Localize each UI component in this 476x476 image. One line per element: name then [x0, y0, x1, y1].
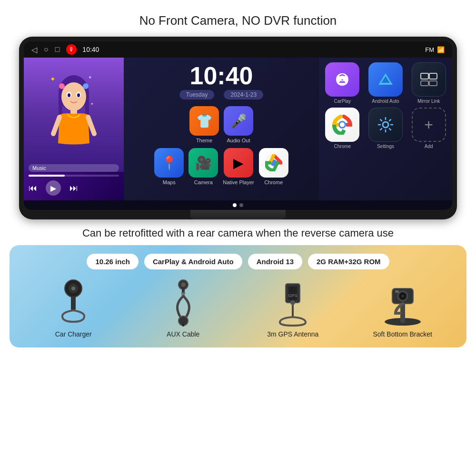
add-icon: + [412, 108, 446, 142]
right-apps-panel: C CarPlay An [319, 58, 452, 200]
camera-icon: 🎥 [188, 148, 218, 178]
prev-button[interactable]: ⏮ [29, 183, 37, 193]
stand-base [190, 210, 286, 219]
android-auto-label: Android Auto [372, 99, 399, 104]
home-icon[interactable]: ○ [44, 45, 49, 54]
spec-carplay: CarPlay & Android Auto [144, 254, 242, 269]
dot-2 [239, 203, 243, 207]
app-audio[interactable]: 🎤 Audio Out [224, 106, 253, 143]
chrome-icon-2 [325, 108, 359, 142]
music-panel: ✦ ✦ ✦ Music ⏮ ▶ [24, 58, 124, 200]
android-auto-icon [368, 62, 403, 97]
svg-line-34 [389, 128, 391, 130]
svg-rect-59 [395, 290, 399, 293]
audio-icon: 🎤 [224, 106, 253, 136]
svg-line-33 [380, 119, 382, 121]
screen-dots [24, 200, 452, 210]
right-app-mirror[interactable]: Mirror Link [409, 62, 448, 104]
svg-point-42 [181, 282, 186, 287]
music-progress[interactable] [29, 175, 119, 177]
right-app-carplay[interactable]: C CarPlay [323, 62, 362, 104]
app-theme[interactable]: 👕 Theme [189, 106, 219, 143]
svg-rect-22 [421, 81, 428, 86]
right-app-row-2: Chrome [323, 108, 448, 149]
chrome-icon [259, 148, 288, 178]
gps-label: 3m GPS Antenna [267, 330, 318, 338]
svg-rect-20 [421, 73, 428, 79]
app-player[interactable]: ▶ Native Player [223, 148, 254, 185]
right-app-chrome2[interactable]: Chrome [323, 108, 362, 149]
svg-line-35 [389, 119, 391, 121]
next-button[interactable]: ⏭ [69, 183, 78, 193]
music-controls: ⏮ ▶ ⏭ [29, 180, 119, 196]
car-display: ◁ ○ □ 🎙 10:40 FM 📶 [19, 37, 457, 219]
theme-icon: 👕 [189, 106, 219, 136]
camera-label: Camera [194, 179, 213, 185]
right-app-add[interactable]: + Add [409, 108, 448, 149]
right-app-android[interactable]: Android Auto [366, 62, 406, 104]
clock-date: 2024-1-23 [224, 90, 263, 99]
status-time: 10:40 [82, 46, 419, 53]
svg-point-39 [71, 287, 75, 290]
bracket-icon-area [379, 279, 426, 327]
theme-label: Theme [196, 138, 212, 143]
dot-1 [233, 203, 237, 207]
carplay-label: CarPlay [334, 99, 351, 104]
svg-point-8 [59, 83, 65, 89]
svg-rect-43 [182, 288, 185, 292]
mirror-link-label: Mirror Link [417, 99, 440, 104]
svg-text:✦: ✦ [88, 75, 92, 80]
app-camera[interactable]: 🎥 Camera [188, 148, 218, 185]
back-icon[interactable]: ◁ [31, 45, 37, 54]
app-chrome[interactable]: Chrome [259, 148, 288, 185]
svg-point-6 [68, 93, 70, 97]
mic-icon[interactable]: 🎙 [66, 44, 77, 55]
svg-rect-40 [71, 296, 76, 310]
svg-point-9 [83, 83, 89, 89]
page-title: No Front Camera, NO DVR function [0, 0, 476, 37]
chrome-label: Chrome [264, 179, 283, 185]
clock-day: Tuesday [179, 90, 215, 99]
aux-icon-area [159, 279, 207, 327]
play-button[interactable]: ▶ [46, 180, 61, 196]
girl-illustration: ✦ ✦ ✦ [48, 67, 100, 162]
right-app-settings[interactable]: Settings [366, 108, 406, 149]
mirror-link-icon [412, 62, 446, 97]
recent-icon[interactable]: □ [55, 45, 60, 54]
accessory-aux: AUX Cable [131, 279, 236, 338]
svg-line-36 [380, 128, 382, 130]
svg-point-7 [77, 93, 80, 97]
status-right: FM 📶 [425, 46, 445, 53]
svg-point-3 [61, 82, 86, 111]
gps-illustration: GPS [271, 279, 314, 327]
carplay-icon: C [325, 62, 359, 97]
nav-icons: ◁ ○ □ 🎙 [31, 44, 77, 55]
svg-text:✦: ✦ [90, 102, 94, 106]
app-maps[interactable]: 📍 Maps [154, 148, 184, 185]
bracket-label: Soft Bottom Bracket [373, 330, 433, 338]
car-display-wrapper: ◁ ○ □ 🎙 10:40 FM 📶 [0, 37, 476, 219]
svg-rect-51 [292, 305, 294, 317]
svg-text:✦: ✦ [50, 75, 56, 83]
add-label: Add [425, 144, 433, 149]
signal-icon: 📶 [437, 46, 445, 53]
bracket-illustration [379, 279, 426, 327]
right-app-row-1: C CarPlay An [323, 62, 448, 104]
screen: ◁ ○ □ 🎙 10:40 FM 📶 [24, 41, 452, 210]
main-content: 10:40 Tuesday 2024-1-23 👕 Theme [124, 58, 319, 200]
spec-size: 10.26 inch [87, 254, 139, 269]
svg-text:C: C [340, 75, 346, 83]
clock-section: 10:40 Tuesday 2024-1-23 [130, 63, 312, 99]
status-bar: ◁ ○ □ 🎙 10:40 FM 📶 [24, 41, 452, 58]
settings-label: Settings [377, 144, 394, 149]
accessory-gps: GPS 3m GPS Antenna [240, 279, 346, 338]
maps-icon: 📍 [154, 148, 184, 178]
player-icon: ▶ [224, 148, 253, 178]
svg-rect-47 [182, 324, 184, 327]
aux-label: AUX Cable [167, 330, 199, 338]
clock-time: 10:40 [190, 63, 253, 88]
maps-label: Maps [163, 179, 176, 185]
accessories-row: Car Charger AUX Cable [21, 279, 455, 338]
charger-icon-area [50, 279, 97, 327]
screen-content: ✦ ✦ ✦ Music ⏮ ▶ [24, 58, 452, 200]
